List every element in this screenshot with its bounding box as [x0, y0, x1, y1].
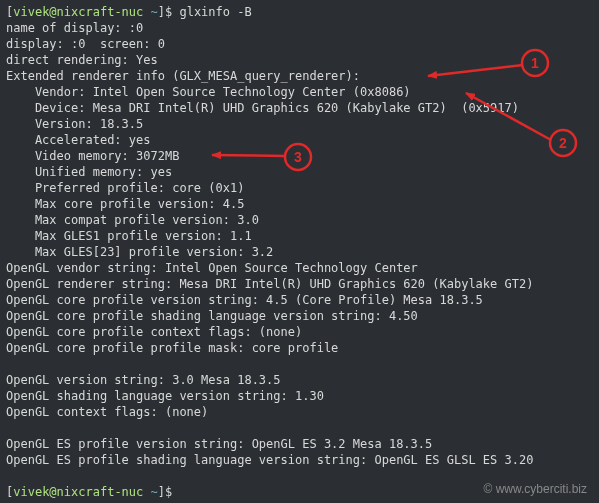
output-line: Unified memory: yes [6, 164, 593, 180]
output-line: OpenGL version string: 3.0 Mesa 18.3.5 [6, 372, 593, 388]
output-line: name of display: :0 [6, 20, 593, 36]
prompt-symbol: ]$ [158, 5, 180, 19]
output-line: OpenGL vendor string: Intel Open Source … [6, 260, 593, 276]
cwd-tilde: ~ [151, 485, 158, 499]
output-line: Preferred profile: core (0x1) [6, 180, 593, 196]
output-line: Device: Mesa DRI Intel(R) UHD Graphics 6… [6, 100, 593, 116]
output-line: Video memory: 3072MB [6, 148, 593, 164]
output-line: Version: 18.3.5 [6, 116, 593, 132]
output-line: Extended renderer info (GLX_MESA_query_r… [6, 68, 593, 84]
user-host: vivek@nixcraft-nuc [13, 485, 143, 499]
output-line: OpenGL core profile profile mask: core p… [6, 340, 593, 356]
user-host: vivek@nixcraft-nuc [13, 5, 143, 19]
output-line: OpenGL shading language version string: … [6, 388, 593, 404]
output-line [6, 356, 593, 372]
terminal-output: [vivek@nixcraft-nuc ~]$ glxinfo -Bname o… [0, 0, 599, 503]
output-line: direct rendering: Yes [6, 52, 593, 68]
typed-command: glxinfo -B [179, 5, 251, 19]
output-line: Max core profile version: 4.5 [6, 196, 593, 212]
output-line: Max GLES1 profile version: 1.1 [6, 228, 593, 244]
prompt-symbol: ]$ [158, 485, 180, 499]
output-line: OpenGL context flags: (none) [6, 404, 593, 420]
cwd-tilde: ~ [151, 5, 158, 19]
output-line: Max GLES[23] profile version: 3.2 [6, 244, 593, 260]
output-line: OpenGL renderer string: Mesa DRI Intel(R… [6, 276, 593, 292]
output-line: Max compat profile version: 3.0 [6, 212, 593, 228]
output-line: Accelerated: yes [6, 132, 593, 148]
output-line: Vendor: Intel Open Source Technology Cen… [6, 84, 593, 100]
output-line: OpenGL ES profile shading language versi… [6, 452, 593, 468]
prompt-line[interactable]: [vivek@nixcraft-nuc ~]$ glxinfo -B [6, 4, 593, 20]
output-line: OpenGL core profile shading language ver… [6, 308, 593, 324]
output-line: OpenGL core profile version string: 4.5 … [6, 292, 593, 308]
output-line: display: :0 screen: 0 [6, 36, 593, 52]
watermark: © www.cyberciti.biz [483, 481, 587, 497]
output-line [6, 420, 593, 436]
output-line: OpenGL ES profile version string: OpenGL… [6, 436, 593, 452]
output-line: OpenGL core profile context flags: (none… [6, 324, 593, 340]
